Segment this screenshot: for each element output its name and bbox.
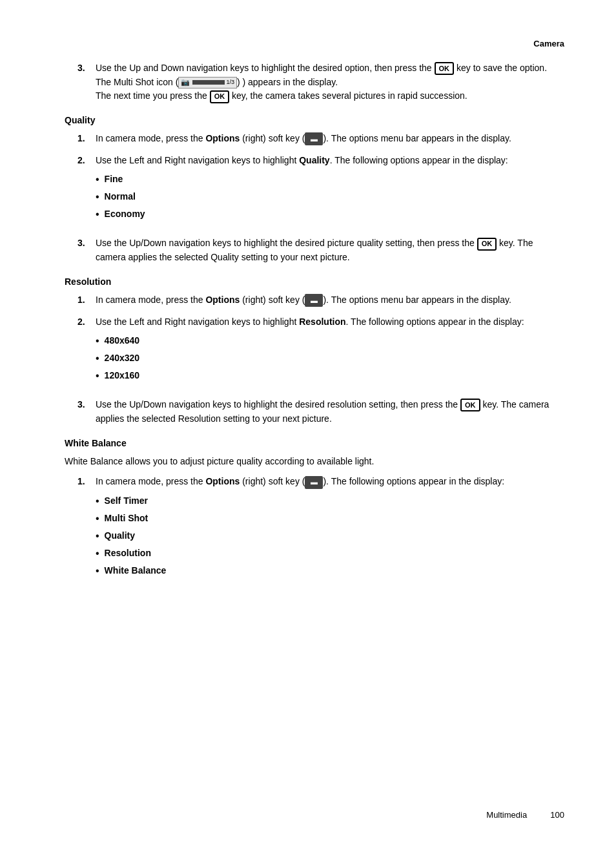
resolution-steps: 1. In camera mode, press the Options (ri… (77, 293, 564, 426)
resolution-step1-number: 1. (77, 293, 96, 307)
quality-section: Quality 1. In camera mode, press the Opt… (65, 115, 564, 265)
quality-step3-content: Use the Up/Down navigation keys to highl… (96, 236, 564, 264)
intro3-followup1: The next time you press the (96, 90, 207, 101)
page-header: Camera (65, 39, 564, 48)
resolution-step1: 1. In camera mode, press the Options (ri… (77, 293, 564, 307)
quality-step1-content: In camera mode, press the Options (right… (96, 132, 564, 146)
list-item: Multi Shot (96, 512, 564, 526)
list-item: 240x320 (96, 351, 564, 366)
white-balance-section: White Balance White Balance allows you t… (65, 438, 564, 585)
resolution-step3-number: 3. (77, 398, 96, 426)
intro-steps: 3. Use the Up and Down navigation keys t… (77, 61, 564, 103)
footer-label: Multimedia (486, 810, 527, 820)
quality-steps: 1. In camera mode, press the Options (ri… (77, 132, 564, 265)
resolution-step2: 2. Use the Left and Right navigation key… (77, 315, 564, 391)
list-item: Self Timer (96, 494, 564, 509)
quality-options-list: Fine Normal Economy (96, 172, 564, 222)
quality-step2: 2. Use the Left and Right navigation key… (77, 154, 564, 229)
white-balance-intro: White Balance allows you to adjust pictu… (65, 455, 564, 469)
intro-step3: 3. Use the Up and Down navigation keys t… (77, 61, 564, 103)
list-item: Quality (96, 529, 564, 544)
quality-step2-content: Use the Left and Right navigation keys t… (96, 154, 564, 229)
ok-key-intro3b: OK (210, 90, 230, 103)
quality-step1: 1. In camera mode, press the Options (ri… (77, 132, 564, 146)
resolution-options-list: 480x640 240x320 120x160 (96, 334, 564, 384)
resolution-step1-content: In camera mode, press the Options (right… (96, 293, 564, 307)
list-item: Normal (96, 190, 564, 205)
quality-step3: 3. Use the Up/Down navigation keys to hi… (77, 236, 564, 264)
step-number-intro3: 3. (77, 61, 96, 103)
resolution-section: Resolution 1. In camera mode, press the … (65, 276, 564, 426)
quality-step1-number: 1. (77, 132, 96, 146)
list-item: Resolution (96, 546, 564, 561)
quality-heading: Quality (65, 115, 564, 125)
white-balance-steps: 1. In camera mode, press the Options (ri… (77, 475, 564, 585)
white-balance-step1-number: 1. (77, 475, 96, 585)
ok-key-q3: OK (477, 238, 497, 251)
list-item: Economy (96, 207, 564, 222)
list-item: White Balance (96, 564, 564, 579)
quality-step1-bold: Options (205, 133, 240, 143)
quality-step2-number: 2. (77, 154, 96, 229)
page-container: Camera 3. Use the Up and Down navigation… (0, 0, 616, 852)
white-balance-heading: White Balance (65, 438, 564, 448)
white-balance-step1-content: In camera mode, press the Options (right… (96, 475, 564, 585)
footer-page-number: 100 (550, 810, 564, 820)
resolution-step2-number: 2. (77, 315, 96, 391)
resolution-step3: 3. Use the Up/Down navigation keys to hi… (77, 398, 564, 426)
list-item: 120x160 (96, 369, 564, 384)
resolution-step3-content: Use the Up/Down navigation keys to highl… (96, 398, 564, 426)
quality-step3-number: 3. (77, 236, 96, 264)
multishot-icon-inline: ( 📷 1/3 ) (176, 77, 243, 87)
white-balance-step1-bold: Options (205, 476, 240, 486)
step-content-intro3: Use the Up and Down navigation keys to h… (96, 61, 564, 103)
options-key-wb1: ▬ (305, 476, 323, 489)
resolution-step2-bold: Resolution (299, 317, 345, 327)
list-item: Fine (96, 172, 564, 187)
ok-key-intro3a: OK (435, 62, 455, 75)
resolution-heading: Resolution (65, 276, 564, 287)
page-footer: Multimedia 100 (486, 810, 564, 820)
header-title: Camera (533, 39, 564, 48)
intro3-text1: Use the Up and Down navigation keys to h… (96, 63, 432, 73)
resolution-step2-content: Use the Left and Right navigation keys t… (96, 315, 564, 391)
white-balance-options-list: Self Timer Multi Shot Quality Resolution… (96, 494, 564, 579)
options-key-q1: ▬ (305, 132, 323, 145)
options-key-r1: ▬ (305, 294, 323, 307)
white-balance-step1: 1. In camera mode, press the Options (ri… (77, 475, 564, 585)
resolution-step1-bold: Options (205, 295, 240, 305)
ok-key-r3: OK (460, 399, 480, 411)
list-item: 480x640 (96, 334, 564, 349)
intro3-followup2: key, the camera takes several pictures i… (232, 90, 467, 101)
quality-step2-bold: Quality (299, 155, 329, 165)
intro3-text3: ) appears in the display. (242, 77, 338, 87)
